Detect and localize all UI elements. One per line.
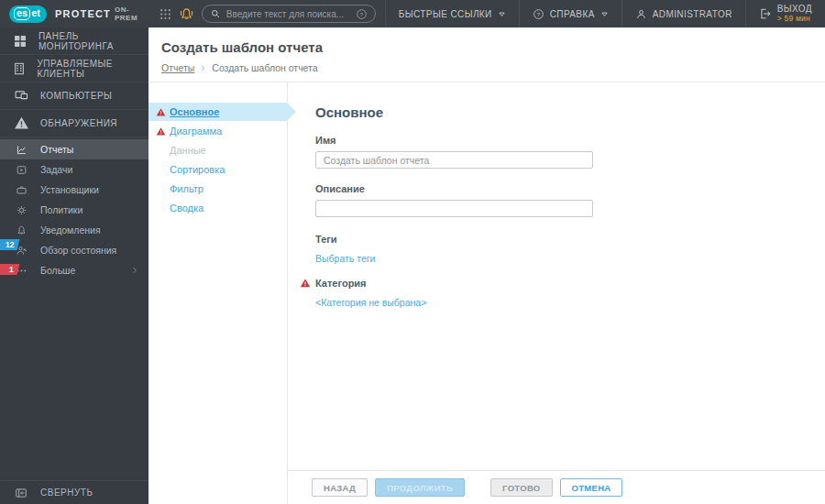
cancel-button[interactable]: ОТМЕНА [560,478,623,497]
help-menu[interactable]: ? СПРАВКА [519,0,622,27]
chevron-down-icon [600,10,609,18]
select-tags-link[interactable]: Выбрать теги [315,253,375,264]
form-section-heading: Основное [315,104,825,120]
sidebar-item-label: Больше [40,265,75,276]
person-icon [635,8,647,20]
description-label: Описание [315,183,825,194]
reports-icon [7,144,35,156]
continue-button[interactable]: ПРОДОЛЖИТЬ [375,478,465,497]
category-label: Категория [315,278,367,289]
sidebar-item-computers[interactable]: КОМПЬЮТЕРЫ [0,82,148,110]
sidebar: ПАНЕЛЬ МОНИТОРИНГА УПРАВЛЯЕМЫЕ КЛИЕНТЫ [0,27,148,504]
user-label: ADMINISTRATOR [653,9,732,19]
tasks-icon [7,164,35,176]
wizard-step-label: Основное [170,106,219,117]
installers-icon [7,184,35,196]
sidebar-item-installers[interactable]: Установщики [0,180,148,200]
chevron-right-icon [130,266,139,275]
help-label: СПРАВКА [550,9,595,19]
wizard-step-label: Фильтр [170,183,204,194]
search-box: ? [202,5,376,23]
edition-name: ON-PREM [115,5,145,22]
managed-clients-icon [7,61,31,76]
sidebar-item-label: Отчеты [40,144,73,155]
wizard-footer: НАЗАД ПРОДОЛЖИТЬ ГОТОВО ОТМЕНА [288,470,825,504]
breadcrumb-reports-link[interactable]: Отчеты [161,62,194,73]
quick-links-menu[interactable]: БЫСТРЫЕ ССЫЛКИ [385,0,519,27]
breadcrumb-current: Создать шаблон отчета [212,62,317,73]
status-badge-blue: 12 [0,239,19,250]
sidebar-item-label: Обзор состояния [40,245,116,256]
wizard-step-summary[interactable]: Сводка [148,199,287,217]
collapse-label: СВЕРНУТЬ [40,488,93,498]
wizard-step-label: Данные [170,145,206,156]
wizard-step-label: Сортировка [170,164,225,175]
logout-label: ВЫХОД [777,4,812,14]
sidebar-item-label: Уведомления [40,225,101,236]
collapse-icon [7,487,35,499]
policies-icon [7,204,35,216]
logo-es: es [14,7,30,20]
wizard-step-basic[interactable]: Основное [148,103,287,121]
apps-grid-icon[interactable] [160,8,171,20]
user-menu[interactable]: ADMINISTRATOR [622,0,745,27]
wizard-step-sorting[interactable]: Сортировка [148,160,287,179]
wizard-step-label: Диаграмма [170,126,222,137]
notification-bell-icon[interactable] [171,0,202,27]
eset-logo-pill: eset [9,5,47,23]
logo-et: et [31,8,40,18]
topbar: eset PROTECT ON-PREM ? [0,0,825,27]
eset-logo: eset PROTECT ON-PREM [0,0,171,27]
sidebar-item-detections[interactable]: ОБНАРУЖЕНИЯ [0,110,148,137]
page-title: Создать шаблон отчета [161,39,825,55]
wizard-step-chart[interactable]: Диаграмма [148,122,287,140]
breadcrumb: Отчеты Создать шаблон отчета [161,62,825,73]
wizard-step-filter[interactable]: Фильтр [148,180,287,198]
sidebar-item-label: Политики [40,204,82,215]
sidebar-item-label: Задачи [40,164,72,175]
description-field[interactable] [315,200,593,217]
search-help-icon[interactable]: ? [356,8,368,20]
notifications-icon [7,225,35,236]
page-header: Создать шаблон отчета Отчеты Создать шаб… [148,27,825,82]
dashboard-icon [7,34,33,49]
quick-links-label: БЫСТРЫЕ ССЫЛКИ [399,9,492,19]
svg-text:?: ? [360,11,364,16]
warning-icon [300,278,311,289]
status-badge-red: 1 [0,264,19,275]
logout-button[interactable]: ВЫХОД > 59 мин [745,0,825,27]
warning-icon [156,107,167,117]
form-area: Основное Имя Описание Теги Выбрать теги … [288,82,825,504]
tags-label: Теги [315,234,825,245]
collapse-sidebar-button[interactable]: СВЕРНУТЬ [0,480,148,504]
wizard-step-label: Сводка [170,203,204,214]
sidebar-item-label: ОБНАРУЖЕНИЯ [40,118,117,128]
svg-text:?: ? [536,11,540,16]
sidebar-item-label: ПАНЕЛЬ МОНИТОРИНГА [38,31,148,51]
product-name: PROTECT [55,8,111,19]
wizard-step-nav: Основное Диаграмма Данные Сортировка [148,82,288,504]
sidebar-item-more[interactable]: Больше [0,260,148,280]
sidebar-item-tasks[interactable]: Задачи [0,159,148,180]
sidebar-item-label: Установщики [40,184,99,195]
computers-icon [7,88,35,104]
search-icon [210,8,221,19]
sidebar-item-notifications[interactable]: Уведомления [0,220,148,240]
finish-button[interactable]: ГОТОВО [490,478,552,497]
sidebar-item-managed-clients[interactable]: УПРАВЛЯЕМЫЕ КЛИЕНТЫ [0,55,148,82]
session-timer: > 59 мин [777,14,812,24]
back-button[interactable]: НАЗАД [312,478,368,497]
warning-icon [156,126,167,137]
select-category-link[interactable]: <Категория не выбрана> [315,297,426,308]
sidebar-item-label: УПРАВЛЯЕМЫЕ КЛИЕНТЫ [37,59,148,79]
chevron-right-icon [199,64,207,72]
name-field[interactable] [315,151,593,169]
detections-icon [7,115,35,131]
sidebar-item-dashboard[interactable]: ПАНЕЛЬ МОНИТОРИНГА [0,27,148,55]
sidebar-item-status-overview[interactable]: Обзор состояния [0,240,148,260]
wizard-step-data: Данные [148,141,287,159]
name-label: Имя [315,135,825,146]
sidebar-item-policies[interactable]: Политики [0,200,148,220]
sidebar-item-reports[interactable]: Отчеты [0,139,148,159]
search-input[interactable] [226,9,356,19]
